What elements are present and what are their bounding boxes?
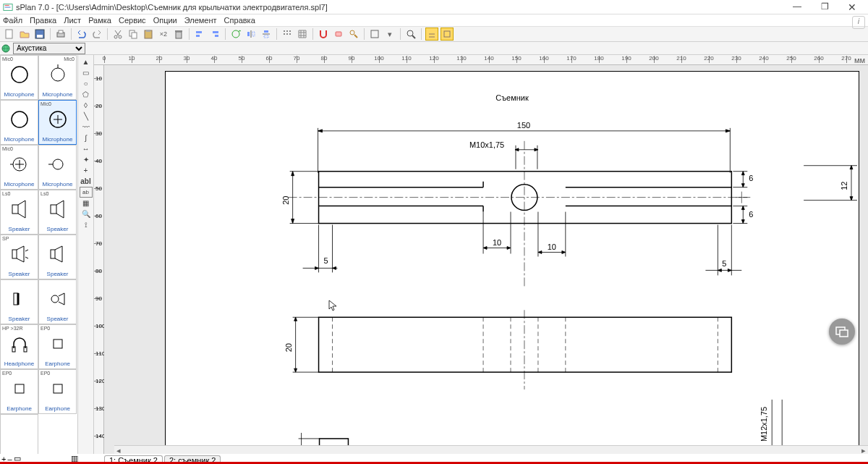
- svg-rect-24: [264, 30, 268, 33]
- menu-frame[interactable]: Рамка: [88, 16, 111, 25]
- ruler-horizontal: мм 0102030405060708090100110120130140150…: [94, 55, 868, 65]
- paste-button[interactable]: [142, 28, 155, 41]
- rubber-button[interactable]: [332, 28, 345, 41]
- maximize-button[interactable]: ❐: [816, 1, 833, 13]
- palette-item-15[interactable]: EP0Earphone: [38, 369, 77, 414]
- text2-tool[interactable]: ab: [80, 187, 93, 198]
- palette-item-2[interactable]: Microphone: [0, 100, 38, 145]
- point-tool[interactable]: +: [80, 165, 93, 176]
- palette-item-11[interactable]: Speaker: [38, 279, 77, 324]
- palette-item-0[interactable]: Mic0Microphone: [0, 55, 38, 100]
- drawing-page: Съемник 150 M10x1,75: [165, 71, 859, 447]
- pixel-info[interactable]: i: [852, 16, 865, 29]
- palette-item-14[interactable]: EP0Earphone: [0, 369, 38, 414]
- print-button[interactable]: [54, 28, 67, 41]
- minimize-button[interactable]: —: [788, 1, 806, 13]
- redo-button[interactable]: [90, 28, 103, 41]
- layers-button[interactable]: [368, 28, 381, 41]
- svg-rect-112: [319, 317, 732, 372]
- svg-point-53: [53, 159, 63, 169]
- special-tool[interactable]: ◊: [80, 100, 93, 111]
- poly-tool[interactable]: ⬠: [80, 89, 93, 100]
- svg-line-35: [354, 35, 357, 38]
- library-selector[interactable]: Акустика: [13, 43, 85, 54]
- palette-item-10[interactable]: Speaker: [0, 279, 38, 324]
- mirror-v-button[interactable]: [260, 28, 273, 41]
- h-scrollbar[interactable]: ◂ ▸: [114, 445, 868, 454]
- rect-tool[interactable]: ▭: [80, 67, 93, 78]
- copy-button[interactable]: [127, 28, 140, 41]
- layers2-button[interactable]: ▾: [383, 28, 396, 41]
- svg-rect-66: [54, 339, 62, 348]
- menu-file[interactable]: Файл: [3, 16, 22, 25]
- rotate-button[interactable]: [229, 28, 242, 41]
- align-l-button[interactable]: [193, 28, 206, 41]
- align-r-button[interactable]: [208, 28, 221, 41]
- dim-20a: 20: [281, 196, 290, 205]
- palette-item-3[interactable]: Mic0Microphone: [38, 100, 77, 145]
- floating-action[interactable]: [829, 319, 855, 345]
- curve-tool[interactable]: 〰: [80, 122, 93, 132]
- menu-element[interactable]: Элемент: [184, 16, 217, 25]
- palette-item-1[interactable]: Mic0Microphone: [38, 55, 77, 100]
- menu-sheet[interactable]: Лист: [64, 16, 81, 25]
- dim-6t: 6: [749, 174, 753, 182]
- circle-tool[interactable]: ○: [80, 78, 93, 89]
- open-button[interactable]: [18, 28, 31, 41]
- mirror-h-button[interactable]: [244, 28, 258, 41]
- bezier-tool[interactable]: ∫: [80, 132, 93, 143]
- close-button[interactable]: ✕: [843, 1, 861, 13]
- tool-column: ▲ ▭ ○ ⬠ ◊ ╲ 〰 ∫ ↔ ✦ + abI ab ▦ 🔍 ⟟: [78, 55, 94, 454]
- toolbar: ×2 ▾: [0, 26, 868, 42]
- svg-rect-36: [371, 30, 378, 38]
- palette-item-13[interactable]: EP0Earphone: [38, 324, 77, 369]
- svg-point-30: [284, 33, 285, 35]
- svg-point-43: [51, 68, 64, 81]
- canvas[interactable]: Съемник 150 M10x1,75: [104, 65, 868, 454]
- palette-item-9[interactable]: Speaker: [38, 235, 77, 279]
- svg-rect-17: [196, 35, 200, 37]
- line-tool[interactable]: ╲: [80, 111, 93, 122]
- dimension-tool[interactable]: ↔: [80, 143, 93, 154]
- zoom-fit-button[interactable]: [404, 28, 417, 41]
- snap-button[interactable]: [281, 28, 294, 41]
- new-button[interactable]: [3, 28, 16, 41]
- svg-point-34: [350, 30, 354, 35]
- menu-options[interactable]: Опции: [153, 16, 177, 25]
- palette-item-4[interactable]: Mic0Microphone: [0, 145, 38, 190]
- palette-item-5[interactable]: Microphone: [38, 145, 77, 190]
- svg-rect-21: [247, 32, 250, 36]
- svg-point-63: [51, 295, 59, 303]
- palette-item-6[interactable]: Ls0Speaker: [0, 190, 38, 235]
- palette-item-8[interactable]: SPSpeaker: [0, 235, 38, 279]
- text-tool[interactable]: abI: [80, 176, 93, 187]
- svg-point-32: [289, 33, 291, 35]
- svg-point-42: [12, 67, 27, 83]
- node-tool[interactable]: ✦: [80, 154, 93, 165]
- dim-thread2: M12x1,75: [760, 407, 768, 442]
- find-button[interactable]: [347, 28, 360, 41]
- pointer-tool[interactable]: ▲: [80, 56, 93, 67]
- menu-help[interactable]: Справка: [224, 16, 255, 25]
- palette-item-12[interactable]: HP >32RHeadphone: [0, 324, 38, 369]
- menu-edit[interactable]: Правка: [30, 16, 56, 25]
- magnet-button[interactable]: [317, 28, 330, 41]
- highlight2-button[interactable]: [441, 28, 454, 41]
- menu-service[interactable]: Сервис: [119, 16, 146, 25]
- measure-tool[interactable]: ⟟: [80, 219, 93, 230]
- x2-button[interactable]: ×2: [157, 28, 170, 41]
- svg-rect-68: [54, 384, 62, 393]
- svg-rect-19: [215, 35, 218, 37]
- cut-button[interactable]: [111, 28, 124, 41]
- save-button[interactable]: [33, 28, 46, 41]
- svg-rect-22: [252, 32, 255, 36]
- delete-button[interactable]: [172, 28, 185, 41]
- grid-button[interactable]: [296, 28, 309, 41]
- highlight1-button[interactable]: [425, 28, 438, 41]
- zoom-tool[interactable]: 🔍: [80, 208, 93, 219]
- undo-button[interactable]: [75, 28, 88, 41]
- image-tool[interactable]: ▦: [80, 198, 93, 208]
- palette-item-7[interactable]: Ls0Speaker: [38, 190, 77, 235]
- palette-item-16[interactable]: [0, 414, 38, 454]
- dim-20b: 20: [284, 343, 293, 352]
